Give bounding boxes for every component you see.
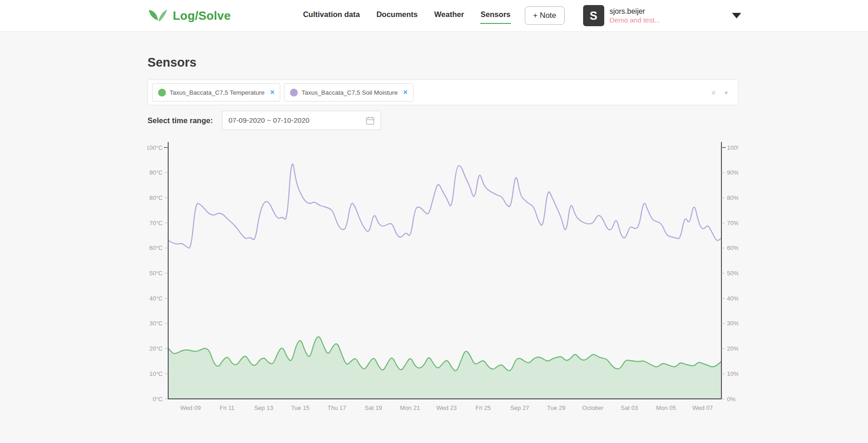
app-header: Log/Solve Cultivation data Documents Wea… — [0, 0, 868, 32]
svg-text:50%: 50% — [727, 270, 738, 277]
svg-text:90%: 90% — [727, 169, 738, 176]
svg-text:Tue 29: Tue 29 — [547, 404, 566, 411]
user-name: sjors.beijer — [610, 7, 660, 16]
user-texts: sjors.beijer Demo and test... — [610, 7, 660, 25]
sensor-multiselect[interactable]: Taxus_Baccata_C7,5 Temperature × Taxus_B… — [148, 80, 738, 105]
svg-text:40%: 40% — [727, 295, 738, 302]
svg-text:October: October — [582, 404, 604, 411]
user-role: Demo and test... — [610, 16, 660, 25]
svg-text:10%: 10% — [727, 370, 738, 377]
svg-text:60%: 60% — [727, 244, 738, 251]
svg-text:Fri 11: Fri 11 — [220, 404, 234, 411]
svg-text:Tue 15: Tue 15 — [291, 404, 309, 411]
nav-item-weather[interactable]: Weather — [434, 7, 465, 24]
svg-text:10°C: 10°C — [149, 370, 163, 377]
user-menu-caret-icon[interactable] — [732, 13, 741, 18]
svg-text:Wed 23: Wed 23 — [437, 404, 457, 411]
user-menu[interactable]: S sjors.beijer Demo and test... — [583, 5, 660, 26]
svg-text:Wed 07: Wed 07 — [692, 404, 713, 411]
avatar[interactable]: S — [583, 5, 604, 26]
nav-item-cultivation-data[interactable]: Cultivation data — [302, 7, 360, 24]
main-nav: Cultivation data Documents Weather Senso… — [302, 7, 511, 24]
svg-text:30°C: 30°C — [149, 320, 163, 327]
dropdown-caret-icon[interactable]: ▾ — [724, 89, 728, 96]
svg-text:100%: 100% — [727, 144, 738, 151]
svg-text:Sat 03: Sat 03 — [621, 404, 638, 411]
remove-temperature-tag-icon[interactable]: × — [270, 89, 274, 96]
svg-text:60°C: 60°C — [149, 244, 163, 251]
select-controls: × ▾ — [711, 88, 728, 97]
svg-text:Sep 27: Sep 27 — [510, 404, 529, 411]
svg-text:20%: 20% — [727, 345, 738, 352]
svg-text:Thu 17: Thu 17 — [328, 404, 346, 411]
svg-text:90°C: 90°C — [149, 169, 163, 176]
svg-text:100°C: 100°C — [148, 144, 163, 151]
page-content: Sensors Taxus_Baccata_C7,5 Temperature ×… — [148, 56, 738, 443]
sensor-tag-soil-moisture: Taxus_Baccata_C7,5 Soil Moisture × — [284, 83, 414, 102]
logo-leaves-icon — [148, 8, 169, 23]
sensor-chart[interactable]: 0°C0%10°C10%20°C20%30°C30%40°C40%50°C50%… — [148, 136, 738, 425]
clear-selection-icon[interactable]: × — [711, 88, 716, 97]
date-range-value: 07-09-2020 ~ 07-10-2020 — [228, 116, 366, 125]
svg-text:Fri 25: Fri 25 — [476, 404, 491, 411]
svg-text:70%: 70% — [727, 220, 738, 227]
calendar-icon[interactable] — [366, 116, 374, 125]
add-note-button[interactable]: + Note — [525, 6, 565, 25]
nav-item-documents[interactable]: Documents — [376, 7, 418, 24]
remove-soil-moisture-tag-icon[interactable]: × — [403, 89, 408, 96]
sensor-tag-temperature: Taxus_Baccata_C7,5 Temperature × — [152, 83, 280, 102]
svg-text:40°C: 40°C — [149, 295, 163, 302]
nav-item-sensors[interactable]: Sensors — [480, 7, 511, 24]
svg-text:70°C: 70°C — [149, 220, 163, 227]
sensor-chart-svg: 0°C0%10°C10%20°C20%30°C30%40°C40%50°C50%… — [148, 136, 738, 425]
svg-text:20°C: 20°C — [149, 345, 163, 352]
svg-text:Mon 21: Mon 21 — [400, 404, 420, 411]
logo[interactable]: Log/Solve — [148, 8, 231, 23]
date-range-input[interactable]: 07-09-2020 ~ 07-10-2020 — [222, 111, 381, 130]
sensor-tag-label: Taxus_Baccata_C7,5 Temperature — [170, 89, 265, 96]
sensor-tag-label: Taxus_Baccata_C7,5 Soil Moisture — [301, 89, 397, 96]
svg-text:Mon 05: Mon 05 — [656, 404, 676, 411]
logo-text: Log/Solve — [173, 9, 231, 23]
svg-text:Sep 13: Sep 13 — [254, 404, 273, 411]
svg-text:0%: 0% — [727, 396, 736, 403]
header-inner: Log/Solve Cultivation data Documents Wea… — [148, 0, 741, 31]
svg-text:Sat 19: Sat 19 — [365, 404, 382, 411]
soil-moisture-color-dot — [290, 89, 298, 97]
time-range-label: Select time range: — [148, 116, 213, 125]
svg-text:Wed 09: Wed 09 — [180, 404, 201, 411]
svg-text:80%: 80% — [727, 194, 738, 201]
svg-text:50°C: 50°C — [149, 270, 163, 277]
time-range-row: Select time range: 07-09-2020 ~ 07-10-20… — [148, 111, 738, 130]
svg-text:0°C: 0°C — [153, 396, 163, 403]
svg-text:30%: 30% — [727, 320, 738, 327]
svg-text:80°C: 80°C — [149, 194, 163, 201]
temperature-color-dot — [158, 89, 166, 97]
page-title: Sensors — [148, 56, 738, 70]
